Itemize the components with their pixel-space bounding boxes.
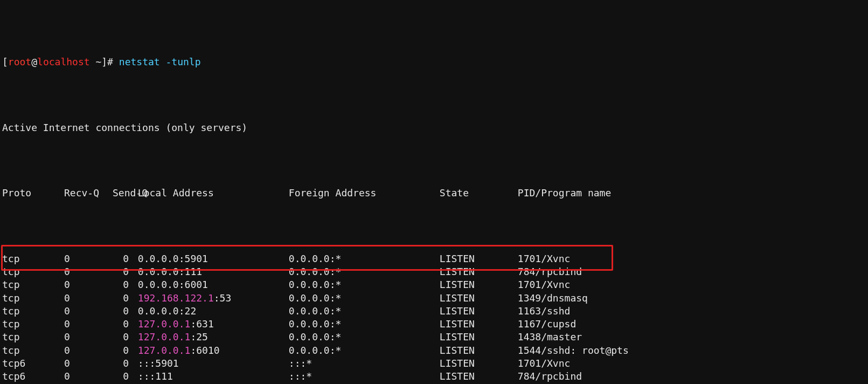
cell-recvq: 0: [64, 357, 113, 370]
cell-recvq: 0: [64, 331, 113, 344]
cell-sendq: 0: [113, 344, 132, 357]
cell-sendq: 0: [113, 252, 132, 265]
cell-pid-program: 1163/sshd: [518, 305, 571, 318]
cell-local-address: 127.0.0.1:25: [138, 331, 289, 344]
cell-pid-program: 1438/master: [518, 331, 582, 344]
hdr-foreign: Foreign Address: [289, 187, 440, 200]
cell-proto: tcp: [2, 344, 64, 357]
cell-sendq: 0: [113, 357, 132, 370]
column-headers: ProtoRecv-QSend-Q Local AddressForeign A…: [2, 174, 866, 213]
table-row: tcp00 0.0.0.0:1110.0.0.0:*LISTEN784/rpcb…: [2, 265, 866, 278]
cell-proto: tcp6: [2, 357, 64, 370]
prompt-host: localhost: [37, 56, 90, 67]
local-ip-highlight: 192.168.122.1: [138, 292, 214, 304]
cell-proto: tcp: [2, 265, 64, 278]
cell-sendq: 0: [113, 370, 132, 383]
cell-state: LISTEN: [440, 370, 518, 383]
cell-recvq: 0: [64, 344, 113, 357]
cell-pid-program: 784/rpcbind: [518, 370, 582, 383]
cell-state: LISTEN: [440, 278, 518, 291]
hdr-proto: Proto: [2, 187, 64, 200]
cell-pid-program: 1701/Xvnc: [518, 252, 571, 265]
table-row: tcp00 127.0.0.1:60100.0.0.0:*LISTEN1544/…: [2, 344, 866, 357]
prompt-open: [: [2, 56, 8, 67]
cell-proto: tcp: [2, 305, 64, 318]
cell-pid-program: 1349/dnsmasq: [518, 292, 588, 305]
table-row: tcp00 127.0.0.1:6310.0.0.0:*LISTEN1167/c…: [2, 318, 866, 331]
cell-proto: tcp: [2, 278, 64, 291]
cell-state: LISTEN: [440, 331, 518, 344]
cell-state: LISTEN: [440, 292, 518, 305]
cell-proto: tcp: [2, 318, 64, 331]
cell-pid-program: 1701/Xvnc: [518, 357, 571, 370]
prompt-path: ~: [90, 56, 102, 67]
cell-recvq: 0: [64, 252, 113, 265]
cell-proto: tcp: [2, 292, 64, 305]
hdr-state: State: [440, 187, 518, 200]
cell-state: LISTEN: [440, 318, 518, 331]
prompt-user: root: [8, 56, 31, 67]
cell-local-address: 192.168.122.1:53: [138, 292, 289, 305]
prompt-close: ]#: [101, 56, 113, 67]
cell-foreign-address: 0.0.0.0:*: [289, 265, 440, 278]
cell-local-address: 127.0.0.1:6010: [138, 344, 289, 357]
cell-sendq: 0: [113, 292, 132, 305]
cell-foreign-address: 0.0.0.0:*: [289, 344, 440, 357]
cell-sendq: 0: [113, 331, 132, 344]
cell-local-address: 0.0.0.0:111: [138, 265, 289, 278]
cell-state: LISTEN: [440, 305, 518, 318]
cell-proto: tcp: [2, 331, 64, 344]
hdr-pid: PID/Program name: [518, 187, 611, 200]
title-line: Active Internet connections (only server…: [2, 121, 866, 134]
prompt-line: [root@localhost ~]# netstat -tunlp: [2, 43, 866, 82]
cell-local-address: 0.0.0.0:6001: [138, 278, 289, 291]
prompt-at: @: [31, 56, 37, 67]
cell-recvq: 0: [64, 265, 113, 278]
cell-foreign-address: 0.0.0.0:*: [289, 252, 440, 265]
hdr-local: Local Address: [138, 187, 289, 200]
cell-pid-program: 1701/Xvnc: [518, 278, 571, 291]
command: netstat -tunlp: [119, 56, 201, 67]
table-row: tcp00 0.0.0.0:60010.0.0.0:*LISTEN1701/Xv…: [2, 278, 866, 291]
cell-recvq: 0: [64, 318, 113, 331]
cell-state: LISTEN: [440, 252, 518, 265]
table-row: tcp600 :::5901:::*LISTEN1701/Xvnc: [2, 357, 866, 370]
cell-foreign-address: 0.0.0.0:*: [289, 305, 440, 318]
cell-local-address: 0.0.0.0:5901: [138, 252, 289, 265]
cell-sendq: 0: [113, 278, 132, 291]
cell-pid-program: 1167/cupsd: [518, 318, 576, 331]
cell-local-address: :::111: [138, 370, 289, 383]
cell-sendq: 0: [113, 318, 132, 331]
cell-recvq: 0: [64, 292, 113, 305]
cell-foreign-address: 0.0.0.0:*: [289, 331, 440, 344]
cell-recvq: 0: [64, 278, 113, 291]
cell-state: LISTEN: [440, 344, 518, 357]
cell-local-address: 127.0.0.1:631: [138, 318, 289, 331]
cell-proto: tcp: [2, 252, 64, 265]
cell-sendq: 0: [113, 305, 132, 318]
cell-local-address: 0.0.0.0:22: [138, 305, 289, 318]
terminal[interactable]: [root@localhost ~]# netstat -tunlp Activ…: [0, 0, 868, 384]
cell-foreign-address: 0.0.0.0:*: [289, 278, 440, 291]
table-row: tcp600 :::111:::*LISTEN784/rpcbind: [2, 370, 866, 383]
hdr-sendq: Send-Q: [113, 187, 132, 200]
netstat-rows: tcp00 0.0.0.0:59010.0.0.0:*LISTEN1701/Xv…: [2, 252, 866, 384]
hdr-recvq: Recv-Q: [64, 187, 113, 200]
cell-foreign-address: :::*: [289, 370, 440, 383]
cell-sendq: 0: [113, 265, 132, 278]
cell-foreign-address: 0.0.0.0:*: [289, 292, 440, 305]
cell-foreign-address: :::*: [289, 357, 440, 370]
table-row: tcp00 0.0.0.0:59010.0.0.0:*LISTEN1701/Xv…: [2, 252, 866, 265]
table-row: tcp00 0.0.0.0:220.0.0.0:*LISTEN1163/sshd: [2, 305, 866, 318]
cell-foreign-address: 0.0.0.0:*: [289, 318, 440, 331]
table-row: tcp00 127.0.0.1:250.0.0.0:*LISTEN1438/ma…: [2, 331, 866, 344]
cell-recvq: 0: [64, 305, 113, 318]
local-ip-highlight: 127.0.0.1: [138, 345, 191, 356]
cell-local-address: :::5901: [138, 357, 289, 370]
local-ip-highlight: 127.0.0.1: [138, 331, 191, 342]
table-row: tcp00 192.168.122.1:530.0.0.0:*LISTEN134…: [2, 292, 866, 305]
cell-state: LISTEN: [440, 265, 518, 278]
local-ip-highlight: 127.0.0.1: [138, 318, 191, 330]
cell-proto: tcp6: [2, 370, 64, 383]
cell-pid-program: 784/rpcbind: [518, 265, 582, 278]
